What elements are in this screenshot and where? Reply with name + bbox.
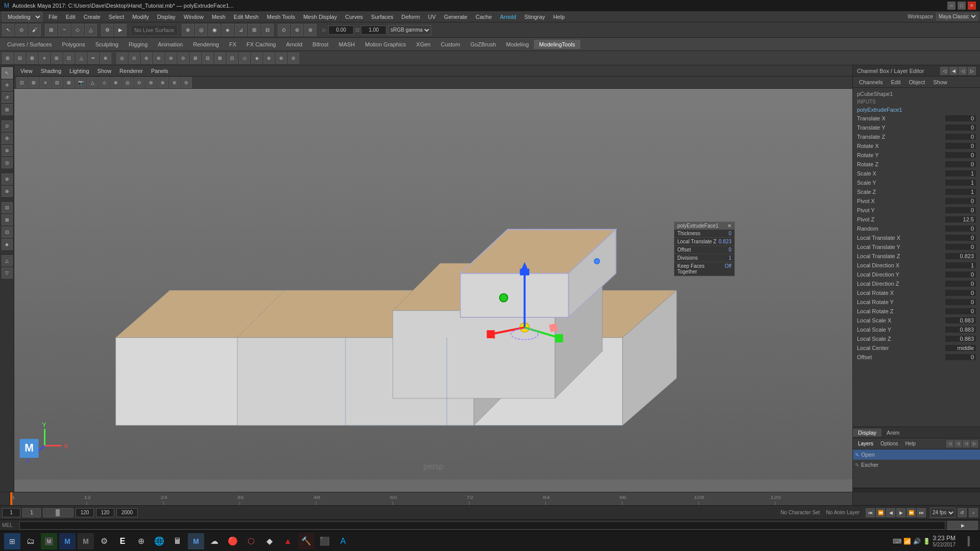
taskbar-icon3[interactable]: ⬡ <box>243 533 259 549</box>
play-fwd-btn[interactable]: ⏩ <box>906 508 916 517</box>
scale-tool[interactable]: ⊞ <box>2 104 13 115</box>
ch-row-rz[interactable]: Rotate Z 0 <box>853 160 980 169</box>
workspace-select[interactable]: Maya Classic <box>936 13 978 20</box>
snap-grid-btn[interactable]: ⊞ <box>45 24 57 36</box>
taskbar-browser[interactable]: M <box>41 533 57 549</box>
lt-icon-2[interactable]: ⊚ <box>2 133 13 144</box>
taskbar-cloud[interactable]: ☁ <box>206 533 223 549</box>
vp-tb-2[interactable]: ⊞ <box>28 77 39 88</box>
taskbar-maya1[interactable]: M <box>59 533 76 549</box>
go-to-end-btn[interactable]: ⏭ <box>917 508 926 517</box>
loop-btn[interactable]: ↺ <box>958 508 967 517</box>
rp-btn-1[interactable]: ◁ <box>940 67 948 75</box>
tab-mash[interactable]: MASH <box>333 40 360 49</box>
ch-row-ry[interactable]: Rotate Y 0 <box>853 151 980 160</box>
vp-tb-10[interactable]: ◎ <box>122 77 133 88</box>
vp-menu-panels[interactable]: Panels <box>149 67 170 74</box>
layer-item-escher[interactable]: ✎ Escher <box>853 460 980 470</box>
menu-help[interactable]: Help <box>549 13 569 21</box>
ch-val-ldy[interactable]: 0 <box>945 271 976 278</box>
gamma-select[interactable]: sRGB gamma <box>388 25 431 35</box>
right-panel-scrollbar[interactable] <box>853 488 980 492</box>
tool-icon-21[interactable]: ◈ <box>251 53 262 64</box>
taskbar-icon6[interactable]: ⬛ <box>316 533 333 549</box>
rp-btn-2[interactable]: ◀ <box>949 67 958 75</box>
tab-bifrost[interactable]: Bifrost <box>307 40 333 49</box>
ch-row-ldy[interactable]: Local Direction Y 0 <box>853 270 980 279</box>
tab-rendering[interactable]: Rendering <box>188 40 224 49</box>
layer-nav-3[interactable]: ◁ <box>963 440 970 447</box>
tool-icon-19[interactable]: ⊡ <box>227 53 238 64</box>
tool-icon-17[interactable]: ⊟ <box>202 53 213 64</box>
taskbar-settings[interactable]: ⚙ <box>96 533 112 549</box>
vp-tb-12[interactable]: ⊚ <box>145 77 157 88</box>
ch-val-rz[interactable]: 0 <box>945 161 976 167</box>
tab-sculpting[interactable]: Sculpting <box>90 40 124 49</box>
tab-curves-surfaces[interactable]: Curves / Surfaces <box>2 40 57 49</box>
vp-menu-shading[interactable]: Shading <box>39 67 63 74</box>
ch-row-ldx[interactable]: Local Direction X 1 <box>853 261 980 270</box>
ch-row-ty[interactable]: Translate Y 0 <box>853 123 980 132</box>
vp-menu-renderer[interactable]: Renderer <box>117 67 145 74</box>
max-frame-input[interactable] <box>116 508 138 517</box>
tab-rigging[interactable]: Rigging <box>124 40 153 49</box>
tab-animation[interactable]: Animation <box>153 40 188 49</box>
tool-icon-8[interactable]: ✏ <box>88 53 99 64</box>
vp-tb-15[interactable]: ⊝ <box>181 77 192 88</box>
tb-icon-5[interactable]: ⊿ <box>235 24 247 36</box>
tool-icon-6[interactable]: ⊡ <box>63 53 75 64</box>
start-frame-input[interactable] <box>2 508 20 517</box>
lt-icon-8[interactable]: ⊠ <box>2 214 13 226</box>
ch-row-ltx[interactable]: Local Translate X 0 <box>853 233 980 242</box>
ch-val-ty[interactable]: 0 <box>945 124 976 131</box>
tb-icon-8[interactable]: ⊙ <box>278 24 290 36</box>
ch-row-lsx[interactable]: Local Scale X 0.883 <box>853 316 980 325</box>
snap-surface-btn[interactable]: △ <box>85 24 97 36</box>
lasso-tool-btn[interactable]: ⊙ <box>15 24 28 36</box>
lt-icon-4[interactable]: ◎ <box>2 157 13 168</box>
start-button[interactable]: ⊞ <box>4 533 20 549</box>
show-desktop-btn[interactable] <box>962 531 976 552</box>
ch-val-sx[interactable]: 1 <box>945 170 976 177</box>
vp-tb-9[interactable]: ⊕ <box>110 77 121 88</box>
ch-row-lrx[interactable]: Local Rotate X 0 <box>853 288 980 297</box>
lt-icon-9[interactable]: ⊡ <box>2 227 13 238</box>
menu-mesh-display[interactable]: Mesh Display <box>299 13 341 21</box>
ch-row-tx[interactable]: Translate X 0 <box>853 114 980 123</box>
tab-motion-graphics[interactable]: Motion Graphics <box>360 40 411 49</box>
ch-row-sx[interactable]: Scale X 1 <box>853 169 980 178</box>
input-field-1[interactable] <box>328 26 354 35</box>
close-button[interactable]: ✕ <box>968 2 976 10</box>
vp-tb-7[interactable]: △ <box>87 77 98 88</box>
tab-fx[interactable]: FX <box>224 40 241 49</box>
ch-row-py[interactable]: Pivot Y 0 <box>853 206 980 215</box>
tab-custom[interactable]: Custom <box>436 40 465 49</box>
tool-icon-12[interactable]: ⊚ <box>141 53 152 64</box>
menu-stingray[interactable]: Stingray <box>520 13 549 21</box>
tb-icon-9[interactable]: ⊚ <box>291 24 303 36</box>
menu-modify[interactable]: Modify <box>128 13 153 21</box>
lt-icon-10[interactable]: ◈ <box>2 239 13 250</box>
vp-tb-14[interactable]: ⊜ <box>169 77 180 88</box>
layers-tab-help[interactable]: Help <box>902 440 919 447</box>
workspace-dropdown[interactable]: Modeling <box>2 12 42 22</box>
vp-tb-11[interactable]: ⊙ <box>134 77 145 88</box>
menu-cache[interactable]: Cache <box>472 13 496 21</box>
tab-modeling[interactable]: Modeling <box>501 40 534 49</box>
ch-val-rx[interactable]: 0 <box>945 143 976 149</box>
taskbar-chrome[interactable]: 🌐 <box>151 533 167 549</box>
menu-deform[interactable]: Deform <box>397 13 424 21</box>
menu-uv[interactable]: UV <box>424 13 440 21</box>
audio-btn[interactable]: ♪ <box>969 508 978 517</box>
vp-tb-camera[interactable]: 📷 <box>75 77 86 88</box>
input-node-name[interactable]: polyExtrudeFace1 <box>853 106 980 114</box>
ch-val-tz[interactable]: 0 <box>945 134 976 140</box>
menu-edit-mesh[interactable]: Edit Mesh <box>230 13 263 21</box>
ch-row-px[interactable]: Pivot X 0 <box>853 196 980 206</box>
lt-icon-1[interactable]: ⊙ <box>2 120 13 132</box>
tool-icon-15[interactable]: ⊝ <box>178 53 189 64</box>
fps-select[interactable]: 24 fps <box>930 508 955 518</box>
vp-tb-3[interactable]: ≡ <box>40 77 51 88</box>
taskbar-icon1[interactable]: ⊕ <box>133 533 149 549</box>
layer-nav-4[interactable]: ▷ <box>971 440 978 447</box>
